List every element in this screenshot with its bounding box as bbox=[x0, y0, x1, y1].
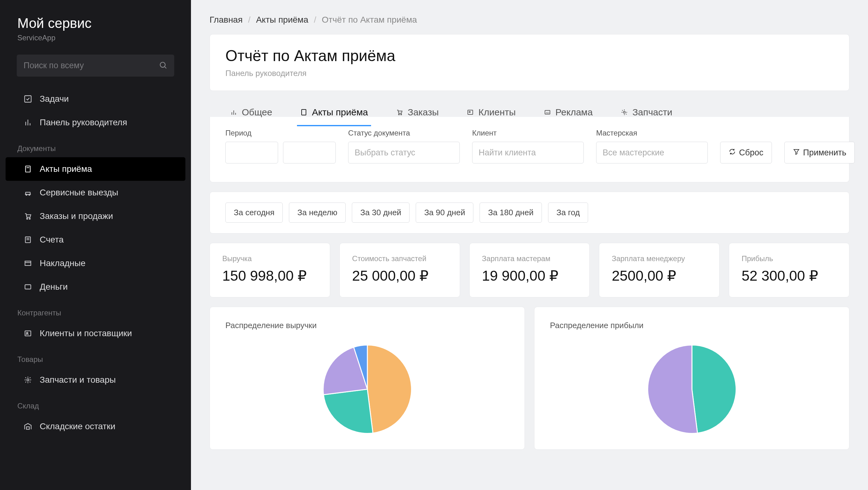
tab-acts[interactable]: Акты приёма bbox=[297, 100, 371, 126]
period-to-input[interactable] bbox=[283, 142, 336, 163]
cart-icon bbox=[23, 211, 33, 221]
page-subtitle: Панель руководителя bbox=[225, 68, 834, 78]
sidebar-item-acts[interactable]: Акты приёма bbox=[6, 157, 185, 181]
contacts-icon bbox=[467, 109, 474, 116]
bar-chart-icon bbox=[23, 118, 33, 127]
kpi-manager-salary: Зарплата менеджеру 2500,00 ₽ bbox=[599, 243, 719, 298]
nav-section-contractors: Контрагенты Клиенты и поставщики bbox=[0, 300, 191, 346]
search-icon bbox=[159, 61, 167, 71]
brand-title: Мой сервис bbox=[18, 16, 174, 31]
tab-clients[interactable]: Клиенты bbox=[463, 100, 519, 126]
sidebar-item-tasks[interactable]: Задачи bbox=[6, 87, 185, 111]
brand: Мой сервис ServiceApp bbox=[0, 16, 191, 55]
nav-section-label: Склад bbox=[0, 394, 191, 415]
chip-year[interactable]: За год bbox=[548, 203, 588, 223]
sidebar-item-invoices[interactable]: Счета bbox=[6, 228, 185, 251]
cart-icon bbox=[396, 109, 403, 116]
sidebar-item-parts-goods[interactable]: Запчасти и товары bbox=[6, 368, 185, 392]
chip-180d[interactable]: За 180 дней bbox=[479, 203, 542, 223]
svg-point-20 bbox=[27, 379, 29, 381]
svg-rect-25 bbox=[302, 110, 306, 115]
sidebar-item-orders[interactable]: Заказы и продажи bbox=[6, 204, 185, 228]
status-select[interactable] bbox=[348, 142, 460, 163]
kpi-value: 150 998,00 ₽ bbox=[222, 267, 317, 284]
pie-chart bbox=[645, 343, 738, 436]
svg-rect-15 bbox=[25, 261, 31, 266]
svg-point-32 bbox=[623, 111, 625, 113]
kpi-profit: Прибыль 52 300,00 ₽ bbox=[729, 243, 849, 298]
breadcrumb: Главная / Акты приёма / Отчёт по Актам п… bbox=[210, 15, 849, 25]
svg-rect-21 bbox=[26, 427, 29, 429]
warehouse-icon bbox=[23, 422, 33, 431]
nav-section-documents: Документы Акты приёма Сервисные выезды З… bbox=[0, 135, 191, 300]
sidebar-item-label: Панель руководителя bbox=[40, 118, 127, 127]
receipt-icon bbox=[23, 235, 33, 245]
sidebar-item-clients-suppliers[interactable]: Клиенты и поставщики bbox=[6, 321, 185, 345]
ad-icon: AD bbox=[544, 109, 551, 116]
svg-point-29 bbox=[469, 111, 470, 113]
file-icon bbox=[300, 109, 308, 116]
tab-ads[interactable]: AD Реклама bbox=[540, 100, 596, 126]
apply-button[interactable]: Применить bbox=[784, 142, 855, 163]
kpi-value: 52 300,00 ₽ bbox=[742, 267, 837, 284]
tab-label: Заказы bbox=[408, 107, 439, 118]
sidebar-item-label: Заказы и продажи bbox=[40, 211, 113, 221]
chip-90d[interactable]: За 90 дней bbox=[416, 203, 473, 223]
tab-label: Клиенты bbox=[478, 107, 516, 118]
sidebar-item-label: Деньги bbox=[40, 282, 68, 292]
breadcrumb-sep: / bbox=[314, 15, 316, 25]
global-search bbox=[17, 55, 174, 76]
sidebar-item-label: Складские остатки bbox=[40, 422, 115, 431]
main-content: Главная / Акты приёма / Отчёт по Актам п… bbox=[191, 0, 868, 490]
search-input[interactable] bbox=[17, 55, 174, 76]
reset-button[interactable]: Сброс bbox=[720, 142, 772, 163]
bar-chart-icon bbox=[230, 109, 238, 116]
period-from-input[interactable] bbox=[225, 142, 278, 163]
nav-section-label: Документы bbox=[0, 137, 191, 157]
gear-icon bbox=[621, 109, 628, 116]
tab-parts[interactable]: Запчасти bbox=[618, 100, 676, 126]
quick-ranges: За сегодня За неделю За 30 дней За 90 дн… bbox=[210, 192, 849, 234]
kpi-label: Зарплата мастерам bbox=[482, 254, 577, 263]
filter-label: Статус документа bbox=[348, 129, 460, 137]
sidebar-item-label: Клиенты и поставщики bbox=[40, 329, 132, 338]
sidebar-item-label: Запчасти и товары bbox=[40, 375, 116, 385]
kpi-value: 19 900,00 ₽ bbox=[482, 267, 577, 284]
refresh-icon bbox=[728, 148, 736, 157]
sidebar-item-waybills[interactable]: Накладные bbox=[6, 251, 185, 275]
gear-icon bbox=[23, 375, 33, 385]
kpi-parts-cost: Стоимость запчастей 25 000,00 ₽ bbox=[339, 243, 460, 298]
chip-30d[interactable]: За 30 дней bbox=[352, 203, 409, 223]
sidebar-item-service-trips[interactable]: Сервисные выезды bbox=[6, 181, 185, 204]
breadcrumb-home[interactable]: Главная bbox=[210, 15, 243, 25]
nav-section-label: Товары bbox=[0, 348, 191, 368]
tabs: Общее Акты приёма Заказы Клиенты AD Рекл… bbox=[210, 100, 849, 182]
nav-section-label: Контрагенты bbox=[0, 301, 191, 321]
chart-revenue-distribution: Распределение выручки bbox=[210, 307, 525, 450]
sidebar-item-stock[interactable]: Складские остатки bbox=[6, 415, 185, 438]
svg-point-0 bbox=[160, 62, 165, 67]
svg-line-1 bbox=[165, 67, 166, 68]
filter-label: Период bbox=[225, 129, 336, 137]
wallet-icon bbox=[23, 282, 33, 292]
breadcrumb-sep: / bbox=[248, 15, 250, 25]
button-label: Сброс bbox=[739, 148, 764, 157]
brand-sub: ServiceApp bbox=[18, 33, 174, 42]
car-icon bbox=[23, 188, 33, 197]
svg-marker-33 bbox=[794, 150, 799, 154]
tab-general[interactable]: Общее bbox=[227, 100, 275, 126]
tab-orders[interactable]: Заказы bbox=[393, 100, 442, 126]
sidebar-item-label: Задачи bbox=[40, 94, 69, 104]
shop-select[interactable] bbox=[596, 142, 708, 163]
chip-week[interactable]: За неделю bbox=[289, 203, 346, 223]
sidebar-item-label: Сервисные выезды bbox=[40, 188, 118, 197]
chart-title: Распределение прибыли bbox=[550, 321, 834, 330]
client-input[interactable] bbox=[472, 142, 584, 163]
chart-title: Распределение выручки bbox=[225, 321, 509, 330]
breadcrumb-mid[interactable]: Акты приёма bbox=[256, 15, 308, 25]
filters: Период Статус документа Клиент bbox=[210, 117, 849, 182]
sidebar-item-dashboard[interactable]: Панель руководителя bbox=[6, 111, 185, 134]
sidebar-item-money[interactable]: Деньги bbox=[6, 275, 185, 299]
chip-today[interactable]: За сегодня bbox=[225, 203, 283, 223]
filter-label: Мастерская bbox=[596, 129, 708, 137]
